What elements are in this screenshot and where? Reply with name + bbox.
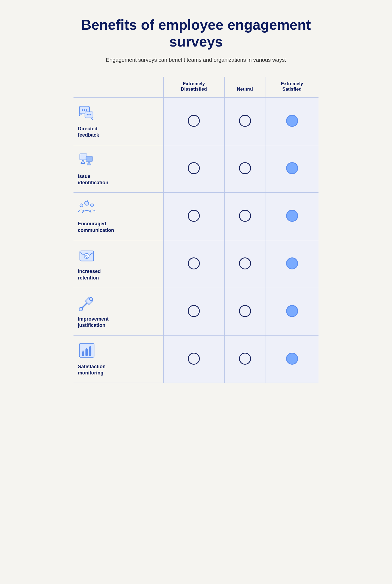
svg-point-29 — [86, 348, 87, 349]
svg-rect-10 — [86, 156, 93, 161]
svg-point-14 — [90, 204, 93, 207]
row-text-improvement-justification: Improvementjustification — [78, 316, 109, 329]
row-label-increased-retention: @Increasedretention — [78, 247, 159, 281]
radio-directed-feedback-satisfied[interactable] — [286, 115, 298, 127]
svg-rect-26 — [85, 349, 88, 356]
svg-point-30 — [90, 346, 91, 347]
col-header-neutral: Neutral — [224, 77, 265, 98]
cell-issue-identification-dissatisfied[interactable] — [163, 145, 224, 193]
svg-marker-9 — [81, 160, 85, 163]
page-subtitle: Engagement surveys can benefit teams and… — [74, 57, 318, 63]
svg-text:✦: ✦ — [87, 200, 88, 202]
svg-point-28 — [82, 351, 84, 352]
radio-issue-identification-neutral[interactable] — [239, 162, 251, 174]
radio-improvement-justification-satisfied[interactable] — [286, 305, 298, 317]
page-title: Benefits of employee engagement surveys — [74, 16, 318, 50]
row-label-cell-encouraged-communication: ✦✦Encouragedcommunication — [74, 193, 163, 240]
svg-rect-25 — [82, 352, 84, 356]
radio-directed-feedback-dissatisfied[interactable] — [188, 115, 200, 127]
cell-satisfaction-monitoring-neutral[interactable] — [224, 335, 265, 383]
tools-icon — [78, 294, 96, 313]
row-label-satisfaction-monitoring: Satisfactionmonitoring — [78, 342, 159, 376]
table-row: Improvementjustification — [74, 288, 318, 335]
col-header-satisfied: ExtremelySatisfied — [265, 77, 318, 98]
people-icon: ✦✦ — [78, 199, 96, 218]
radio-improvement-justification-dissatisfied[interactable] — [188, 305, 200, 317]
row-label-encouraged-communication: ✦✦Encouragedcommunication — [78, 199, 159, 233]
table-row: ✦✦Encouragedcommunication — [74, 193, 318, 240]
email-icon: @ — [78, 247, 96, 266]
table-row: @Increasedretention — [74, 240, 318, 288]
cell-encouraged-communication-dissatisfied[interactable] — [163, 193, 224, 240]
radio-encouraged-communication-dissatisfied[interactable] — [188, 210, 200, 222]
radio-issue-identification-dissatisfied[interactable] — [188, 162, 200, 174]
row-label-cell-satisfaction-monitoring: Satisfactionmonitoring — [74, 335, 163, 383]
radio-satisfaction-monitoring-dissatisfied[interactable] — [188, 353, 200, 365]
radio-encouraged-communication-neutral[interactable] — [239, 210, 251, 222]
row-label-cell-issue-identification: Issueidentification — [74, 145, 163, 193]
radio-issue-identification-satisfied[interactable] — [286, 162, 298, 174]
page-container: Benefits of employee engagement surveys … — [74, 16, 318, 383]
row-text-directed-feedback: Directedfeedback — [78, 126, 99, 139]
svg-point-6 — [88, 114, 90, 115]
svg-point-13 — [80, 204, 83, 207]
svg-point-5 — [87, 114, 88, 115]
svg-rect-27 — [89, 347, 91, 356]
row-label-cell-increased-retention: @Increasedretention — [74, 240, 163, 288]
svg-point-7 — [90, 114, 91, 115]
cell-issue-identification-satisfied[interactable] — [265, 145, 318, 193]
cell-improvement-justification-dissatisfied[interactable] — [163, 288, 224, 335]
cell-encouraged-communication-satisfied[interactable] — [265, 193, 318, 240]
row-label-cell-improvement-justification: Improvementjustification — [74, 288, 163, 335]
cell-increased-retention-dissatisfied[interactable] — [163, 240, 224, 288]
chat-icon — [78, 104, 96, 123]
row-text-issue-identification: Issueidentification — [78, 173, 108, 186]
cell-encouraged-communication-neutral[interactable] — [224, 193, 265, 240]
table-row: Satisfactionmonitoring — [74, 335, 318, 383]
svg-point-3 — [86, 109, 87, 111]
survey-table: ExtremelyDissatisfied Neutral ExtremelyS… — [74, 77, 318, 383]
radio-satisfaction-monitoring-neutral[interactable] — [239, 353, 251, 365]
radio-increased-retention-dissatisfied[interactable] — [188, 257, 200, 269]
radio-satisfaction-monitoring-satisfied[interactable] — [286, 353, 298, 365]
chart-icon — [78, 342, 96, 361]
cell-improvement-justification-neutral[interactable] — [224, 288, 265, 335]
cell-increased-retention-neutral[interactable] — [224, 240, 265, 288]
cell-issue-identification-neutral[interactable] — [224, 145, 265, 193]
svg-point-23 — [90, 297, 93, 300]
flag-icon — [78, 152, 96, 171]
row-label-cell-directed-feedback: Directedfeedback — [74, 97, 163, 145]
radio-improvement-justification-neutral[interactable] — [239, 305, 251, 317]
table-row: Directedfeedback — [74, 97, 318, 145]
cell-directed-feedback-satisfied[interactable] — [265, 97, 318, 145]
cell-increased-retention-satisfied[interactable] — [265, 240, 318, 288]
svg-point-2 — [84, 109, 85, 111]
cell-improvement-justification-satisfied[interactable] — [265, 288, 318, 335]
cell-satisfaction-monitoring-dissatisfied[interactable] — [163, 335, 224, 383]
radio-directed-feedback-neutral[interactable] — [239, 115, 251, 127]
row-label-improvement-justification: Improvementjustification — [78, 294, 159, 329]
radio-increased-retention-neutral[interactable] — [239, 257, 251, 269]
row-label-directed-feedback: Directedfeedback — [78, 104, 159, 139]
row-text-encouraged-communication: Encouragedcommunication — [78, 221, 114, 233]
cell-directed-feedback-dissatisfied[interactable] — [163, 97, 224, 145]
cell-directed-feedback-neutral[interactable] — [224, 97, 265, 145]
row-label-issue-identification: Issueidentification — [78, 152, 159, 186]
col-header-dissatisfied: ExtremelyDissatisfied — [163, 77, 224, 98]
svg-point-22 — [79, 307, 83, 311]
table-row: Issueidentification — [74, 145, 318, 193]
svg-marker-11 — [87, 161, 91, 165]
svg-point-1 — [82, 109, 83, 111]
cell-satisfaction-monitoring-satisfied[interactable] — [265, 335, 318, 383]
svg-text:@: @ — [85, 254, 88, 258]
radio-encouraged-communication-satisfied[interactable] — [286, 210, 298, 222]
survey-table-wrapper: ExtremelyDissatisfied Neutral ExtremelyS… — [74, 77, 318, 383]
svg-text:✦: ✦ — [84, 201, 86, 202]
row-text-satisfaction-monitoring: Satisfactionmonitoring — [78, 364, 106, 376]
radio-increased-retention-satisfied[interactable] — [286, 257, 298, 269]
row-text-increased-retention: Increasedretention — [78, 268, 101, 281]
